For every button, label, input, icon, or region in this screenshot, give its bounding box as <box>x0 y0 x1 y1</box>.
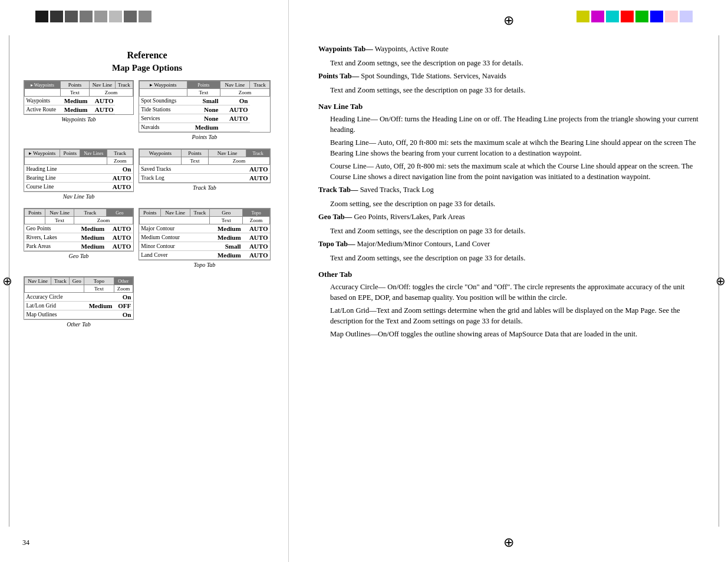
tab-header: Points <box>60 81 89 89</box>
table-cell: Medium <box>74 242 107 251</box>
tab-header: Topo <box>243 209 270 217</box>
table-cell <box>84 293 114 302</box>
color-swatch <box>124 11 137 22</box>
tab-row-2: ▸ Waypoints Points Nav Lines Track Zoom <box>24 148 271 202</box>
tab-caption: Other Tab <box>24 321 134 328</box>
other-tab-section: Nav Line Track Geo Topo Other Text Zoom <box>24 276 134 330</box>
table-cell: AUTO <box>243 242 270 251</box>
sub-header: Zoom <box>74 217 133 224</box>
table-cell <box>220 123 249 132</box>
geo-tab-heading: Geo Tab— Geo Points, Rivers/Lakes, Park … <box>318 212 699 223</box>
tab-header: ▸ Waypoints <box>25 81 61 89</box>
tab-caption: Topo Tab <box>139 262 271 268</box>
color-swatch <box>621 11 634 22</box>
navline-tab-section: ▸ Waypoints Points Nav Lines Track Zoom <box>24 148 134 202</box>
tab-header: Nav Line <box>209 150 246 157</box>
table-cell: Land Cover <box>139 251 210 260</box>
tab-header: ▸ Waypoints <box>139 81 187 89</box>
table-cell: AUTO <box>107 183 133 191</box>
table-cell: Map Outlines <box>25 310 84 319</box>
color-swatch <box>665 11 678 22</box>
page-subtitle: Map Page Options <box>24 63 271 73</box>
sub-header: Zoom <box>220 89 269 97</box>
table-cell: On <box>114 310 133 319</box>
table-cell: Medium <box>74 233 107 242</box>
sub-header: Zoom <box>209 157 270 165</box>
color-swatch <box>635 11 648 22</box>
tab-header: Other <box>114 277 133 285</box>
table-cell: On <box>107 165 133 174</box>
color-swatch <box>65 11 78 22</box>
table-cell: Medium <box>210 251 243 260</box>
color-swatch <box>680 11 693 22</box>
term: Points Tab— <box>318 72 359 80</box>
tab-header: Nav Line <box>45 209 74 217</box>
map-outlines-detail: Map Outlines—On/Off toggles the outline … <box>330 329 699 340</box>
table-cell: None <box>187 114 220 123</box>
track-tab-section: Waypoints Points Nav Line Track Text Zoo… <box>139 148 271 202</box>
table-cell: Tide Stations <box>139 105 187 114</box>
color-bar-right <box>577 11 693 22</box>
color-swatch <box>650 11 663 22</box>
table-cell: Small <box>210 242 243 251</box>
tab-header: Nav Line <box>90 81 116 89</box>
table-cell: Medium <box>187 123 220 132</box>
table-cell: Rivers, Lakes <box>25 233 74 242</box>
table-cell: Track Log <box>139 174 208 183</box>
table-cell: AUTO <box>220 114 249 123</box>
table-cell: Lat/Lon Grid <box>25 302 84 310</box>
tab-row-4: Nav Line Track Geo Topo Other Text Zoom <box>24 276 271 330</box>
bearing-line-detail: Bearing Line— Auto, Off, 20 ft-800 mi: s… <box>330 138 699 158</box>
points-tab-detail: Text and Zoom settings, see the descript… <box>330 85 699 96</box>
spacer <box>139 276 271 330</box>
term: Track Tab— <box>318 186 358 194</box>
table-cell: Medium <box>84 302 114 310</box>
points-tab-heading: Points Tab— Spot Soundings, Tide Station… <box>318 71 699 82</box>
tab-caption: Waypoints Tab <box>24 116 134 123</box>
tab-header: Points <box>139 209 160 217</box>
sub-header: Text <box>60 89 89 97</box>
navline-tab-table: ▸ Waypoints Points Nav Lines Track Zoom <box>24 148 134 192</box>
tab-header: Waypoints <box>139 150 181 157</box>
tab-header: Track <box>51 277 70 285</box>
tab-header: Track <box>74 209 107 217</box>
color-swatch <box>606 11 619 22</box>
table-cell: AUTO <box>106 242 133 251</box>
tab-caption: Track Tab <box>139 184 271 191</box>
sub-header: Text <box>187 89 220 97</box>
topo-tab-table: Points Nav Line Track Geo Topo Text Zoom <box>139 208 271 260</box>
track-tab-detail: Zoom setting, see the description on pag… <box>330 199 699 210</box>
table-cell: Heading Line <box>25 165 107 174</box>
tab-header: Points <box>187 81 220 89</box>
tab-caption: Geo Tab <box>24 253 134 259</box>
color-swatch <box>35 11 48 22</box>
sub-header: Zoom <box>107 157 133 165</box>
sub-header: Zoom <box>243 217 270 224</box>
tab-header: Topo <box>84 277 114 285</box>
table-cell: Navaids <box>139 123 187 132</box>
table-cell: Spot Soundings <box>139 97 187 105</box>
right-page: ⊕ Waypoints Tab— Waypoints, Active Route… <box>289 0 728 562</box>
table-cell: Small <box>187 97 220 105</box>
table-cell: AUTO <box>90 105 116 114</box>
tab-caption: Nav Line Tab <box>24 193 134 200</box>
waypoints-tab-table: ▸ Waypoints Points Nav Line Track Text Z… <box>24 80 134 115</box>
table-cell: On <box>220 97 249 105</box>
page-number: 34 <box>22 538 29 547</box>
tab-header: Points <box>60 150 80 157</box>
table-cell: Medium <box>60 97 89 105</box>
table-cell: None <box>187 105 220 114</box>
tab-header: Track <box>190 209 210 217</box>
left-content: Reference Map Page Options ▸ Waypoints P… <box>24 50 271 330</box>
tab-header: Nav Line <box>220 81 249 89</box>
accuracy-circle-detail: Accuracy Circle— On/Off: toggles the cir… <box>330 282 699 303</box>
tab-header: Nav Lines <box>80 150 107 157</box>
crosshair-left: ⊕ <box>2 274 12 288</box>
table-cell: Bearing Line <box>25 174 107 183</box>
table-cell: Course Line <box>25 183 107 191</box>
crosshair-top: ⊕ <box>503 13 514 28</box>
tab-header: Points <box>181 150 208 157</box>
sub-header: Zoom <box>90 89 133 97</box>
table-cell: AUTO <box>90 97 116 105</box>
table-cell: Accuracy Circle <box>25 293 84 302</box>
